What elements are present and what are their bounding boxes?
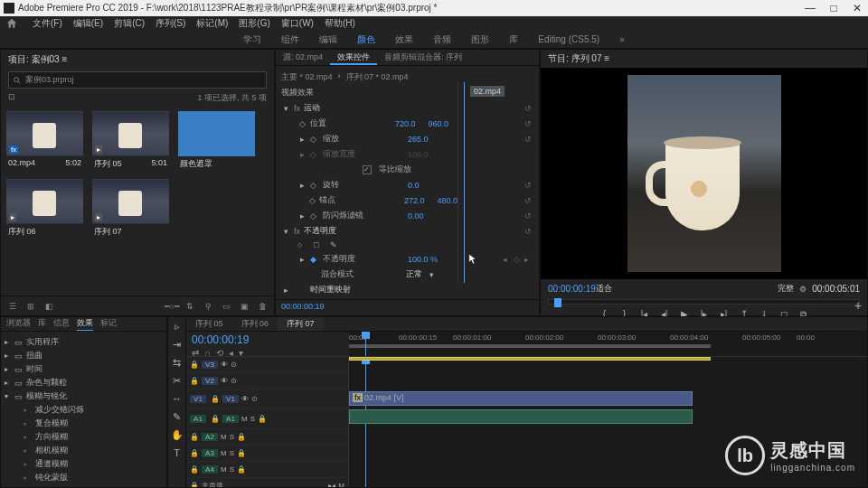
stopwatch-icon[interactable]: ◇ bbox=[297, 196, 316, 205]
twirl-icon[interactable]: ▸ bbox=[297, 135, 307, 144]
tree-item[interactable]: ▫复合模糊 bbox=[5, 417, 163, 430]
workspace-learn[interactable]: 学习 bbox=[243, 33, 261, 46]
menu-edit[interactable]: 编辑(E) bbox=[73, 17, 103, 30]
lock-icon[interactable]: 🔒 bbox=[190, 482, 199, 487]
ripple-tool-icon[interactable]: ⇆ bbox=[171, 357, 184, 370]
resolution-dropdown[interactable]: 完整 bbox=[778, 283, 794, 295]
position-y[interactable]: 960.0 bbox=[429, 119, 449, 128]
scale-value[interactable]: 265.0 bbox=[408, 135, 429, 144]
freeform-view-icon[interactable]: ◧ bbox=[42, 300, 55, 313]
tab-libraries[interactable]: 库 bbox=[38, 317, 46, 331]
tree-item[interactable]: ▫通道模糊 bbox=[5, 457, 163, 471]
rect-mask-icon[interactable]: □ bbox=[314, 240, 326, 249]
menu-window[interactable]: 窗口(W) bbox=[281, 17, 314, 30]
mini-playhead[interactable] bbox=[464, 82, 465, 283]
twirl-icon[interactable]: ▾ bbox=[281, 227, 290, 236]
home-icon[interactable] bbox=[5, 17, 18, 30]
anchor-y[interactable]: 480.0 bbox=[438, 196, 458, 205]
tree-item[interactable]: ▫方向模糊 bbox=[5, 430, 163, 444]
track-header-a1[interactable]: A1🔒A1MS🔒 bbox=[186, 409, 348, 429]
tree-item[interactable]: ▸▭时间 bbox=[5, 362, 163, 376]
program-monitor[interactable] bbox=[541, 68, 867, 279]
uniform-scale-checkbox[interactable] bbox=[363, 165, 372, 174]
zoom-slider[interactable]: ━○━ bbox=[165, 300, 178, 313]
ellipse-mask-icon[interactable]: ○ bbox=[297, 240, 310, 249]
timeline-tab[interactable]: 序列 06 bbox=[232, 317, 278, 331]
track-header-a4[interactable]: 🔒A4MS🔒 bbox=[186, 462, 348, 478]
lock-icon[interactable]: 🔒 bbox=[190, 377, 199, 385]
motion-group[interactable]: 运动 bbox=[304, 102, 320, 114]
lock-icon[interactable]: 🔒 bbox=[211, 415, 220, 423]
track-header-v1[interactable]: V1🔒V1👁⊙ bbox=[186, 389, 348, 409]
program-scrubber[interactable] bbox=[548, 299, 860, 305]
menu-graphics[interactable]: 图形(G) bbox=[239, 17, 269, 30]
twirl-icon[interactable]: ▸ bbox=[5, 365, 12, 373]
timeline-tab[interactable]: 序列 05 bbox=[186, 317, 232, 331]
track-label[interactable]: A4 bbox=[202, 465, 218, 474]
tab-media-browser[interactable]: 浏览器 bbox=[6, 317, 31, 331]
program-timecode-left[interactable]: 00:00:00:19 bbox=[548, 284, 596, 294]
bin-item[interactable]: ▸序列 06 bbox=[6, 179, 83, 238]
opacity-group[interactable]: 不透明度 bbox=[304, 225, 336, 237]
track-label[interactable]: V3 bbox=[202, 361, 218, 369]
twirl-icon[interactable]: ▸ bbox=[5, 352, 12, 360]
tree-item[interactable]: ▫钝化蒙版 bbox=[5, 471, 163, 484]
opacity-value[interactable]: 100.0 % bbox=[408, 255, 438, 264]
workspace-assembly[interactable]: 组件 bbox=[281, 33, 299, 46]
scrub-playhead[interactable] bbox=[554, 298, 561, 307]
antiflicker-value[interactable]: 0.00 bbox=[408, 211, 424, 221]
twirl-icon[interactable]: ▸ bbox=[5, 379, 12, 387]
stopwatch-icon[interactable]: ◇ bbox=[310, 181, 319, 190]
anchor-x[interactable]: 272.0 bbox=[404, 196, 425, 205]
time-remap-group[interactable]: 时间重映射 bbox=[310, 284, 351, 296]
list-view-icon[interactable]: ☰ bbox=[6, 300, 19, 313]
menu-sequence[interactable]: 序列(S) bbox=[156, 17, 185, 30]
minimize-button[interactable]: — bbox=[803, 2, 817, 14]
toggle-output-icon[interactable]: 👁 bbox=[221, 377, 228, 385]
new-bin-icon[interactable]: ▭ bbox=[220, 300, 232, 313]
hand-tool-icon[interactable]: ✋ bbox=[171, 429, 184, 442]
twirl-icon[interactable]: ▸ bbox=[5, 338, 12, 346]
timeline-timecode[interactable]: 00:00:00:19 bbox=[192, 333, 344, 346]
workspace-audio[interactable]: 音频 bbox=[433, 33, 451, 46]
menu-marker[interactable]: 标记(M) bbox=[196, 17, 228, 30]
close-button[interactable]: ✕ bbox=[850, 2, 864, 14]
stopwatch-icon[interactable]: ◇ bbox=[310, 211, 319, 221]
pen-tool-icon[interactable]: ✎ bbox=[171, 411, 184, 424]
tab-source[interactable]: 源: 02.mp4 bbox=[276, 50, 330, 65]
tree-item[interactable]: ▾▭模糊与锐化 bbox=[5, 389, 163, 403]
workspace-color[interactable]: 颜色 bbox=[357, 33, 375, 46]
tab-info[interactable]: 信息 bbox=[53, 317, 70, 331]
bin-item[interactable]: ▸序列 055:01 bbox=[92, 111, 169, 170]
track-header-v3[interactable]: 🔒V3👁⊙ bbox=[186, 357, 348, 373]
twirl-icon[interactable]: ▾ bbox=[281, 104, 290, 113]
tab-effect-controls[interactable]: 效果控件 bbox=[330, 50, 377, 65]
icon-view-icon[interactable]: ⊞ bbox=[24, 300, 37, 313]
track-label[interactable]: V2 bbox=[202, 377, 218, 385]
pen-mask-icon[interactable]: ✎ bbox=[330, 240, 343, 249]
stopwatch-icon[interactable]: ◆ bbox=[310, 255, 319, 264]
timeline-ruler[interactable]: 00:00 00:00:00:15 00:00:01:00 00:00:02:0… bbox=[349, 332, 867, 356]
sort-icon[interactable]: ⇅ bbox=[184, 300, 196, 313]
lock-icon[interactable]: 🔒 bbox=[190, 449, 199, 457]
workspace-effects[interactable]: 效果 bbox=[395, 33, 413, 46]
track-label[interactable]: A1 bbox=[222, 415, 239, 423]
workspace-cs55[interactable]: Editing (CS5.5) bbox=[538, 34, 599, 44]
tree-item[interactable]: ▫锐化 bbox=[5, 484, 163, 487]
menu-clip[interactable]: 剪辑(C) bbox=[114, 17, 145, 30]
razor-tool-icon[interactable]: ✂ bbox=[171, 375, 184, 388]
master-clip-label[interactable]: 主要 * 02.mp4 bbox=[281, 71, 333, 83]
lock-icon[interactable]: 🔒 bbox=[211, 395, 220, 403]
twirl-icon[interactable]: ▸ bbox=[297, 255, 307, 264]
track-header-v2[interactable]: 🔒V2👁⊙ bbox=[186, 373, 348, 389]
type-tool-icon[interactable]: T bbox=[171, 447, 184, 460]
selection-tool-icon[interactable]: ▹ bbox=[171, 321, 184, 333]
tab-audio-mixer[interactable]: 音频剪辑混合器: 序列 bbox=[377, 50, 469, 65]
maximize-button[interactable]: □ bbox=[826, 2, 841, 14]
dropdown-icon[interactable]: ▾ bbox=[429, 270, 434, 279]
trash-icon[interactable]: 🗑 bbox=[256, 300, 269, 313]
timeline-tab-active[interactable]: 序列 07 bbox=[278, 317, 324, 331]
tree-item[interactable]: ▸▭扭曲 bbox=[5, 349, 163, 362]
tree-item[interactable]: ▫相机模糊 bbox=[5, 444, 163, 457]
video-clip[interactable]: fx02.mp4 [V] bbox=[349, 391, 693, 406]
